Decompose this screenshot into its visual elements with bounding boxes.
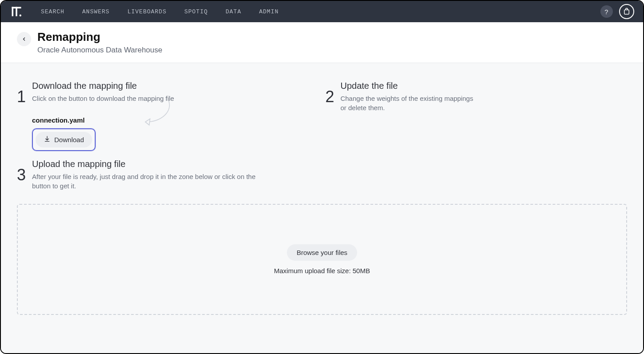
step-2-desc: Change the weights of the existing mappi… bbox=[340, 94, 474, 112]
upload-dropzone[interactable]: Browse your files Maximum upload file si… bbox=[17, 204, 627, 315]
page-subtitle: Oracle Autonomous Data Warehouse bbox=[37, 46, 162, 55]
nav-item-answers[interactable]: ANSWERS bbox=[82, 8, 110, 15]
download-icon bbox=[44, 135, 51, 144]
callout-arrow-icon bbox=[137, 99, 177, 130]
main-nav: SEARCH ANSWERS LIVEBOARDS SPOTIQ DATA AD… bbox=[41, 8, 278, 15]
download-highlight: Download bbox=[32, 128, 96, 151]
svg-marker-6 bbox=[145, 119, 150, 125]
nav-item-admin[interactable]: ADMIN bbox=[259, 8, 278, 15]
svg-rect-4 bbox=[624, 10, 629, 14]
main-content: 1 Download the mapping file Click on the… bbox=[1, 63, 643, 353]
help-icon[interactable]: ? bbox=[600, 5, 613, 18]
nav-item-search[interactable]: SEARCH bbox=[41, 8, 64, 15]
download-button[interactable]: Download bbox=[36, 132, 92, 147]
upload-size-note: Maximum upload file size: 50MB bbox=[274, 267, 370, 274]
nav-item-spotiq[interactable]: SPOTIQ bbox=[184, 8, 208, 15]
step-3: 3 Upload the mapping file After your fil… bbox=[17, 159, 627, 191]
back-button[interactable] bbox=[17, 32, 31, 46]
user-avatar[interactable] bbox=[619, 4, 634, 19]
step-3-number: 3 bbox=[17, 167, 26, 183]
nav-item-liveboards[interactable]: LIVEBOARDS bbox=[127, 8, 166, 15]
step-2: 2 Update the file Change the weights of … bbox=[325, 81, 474, 151]
step-3-title: Upload the mapping file bbox=[32, 159, 263, 169]
step-3-desc: After your file is ready, just drag and … bbox=[32, 172, 263, 191]
step-2-number: 2 bbox=[325, 89, 334, 105]
browse-files-button[interactable]: Browse your files bbox=[287, 244, 357, 261]
app-logo[interactable] bbox=[10, 5, 23, 18]
step-1: 1 Download the mapping file Click on the… bbox=[17, 81, 174, 151]
download-button-label: Download bbox=[54, 136, 84, 143]
step-1-title: Download the mapping file bbox=[32, 81, 174, 91]
page-header: Remapping Oracle Autonomous Data Warehou… bbox=[1, 22, 643, 63]
page-title: Remapping bbox=[37, 30, 162, 44]
nav-item-data[interactable]: DATA bbox=[225, 8, 241, 15]
step-2-title: Update the file bbox=[340, 81, 474, 91]
svg-point-3 bbox=[20, 15, 21, 16]
svg-rect-2 bbox=[16, 7, 17, 16]
step-1-number: 1 bbox=[17, 89, 26, 105]
top-nav-bar: SEARCH ANSWERS LIVEBOARDS SPOTIQ DATA AD… bbox=[1, 1, 643, 22]
